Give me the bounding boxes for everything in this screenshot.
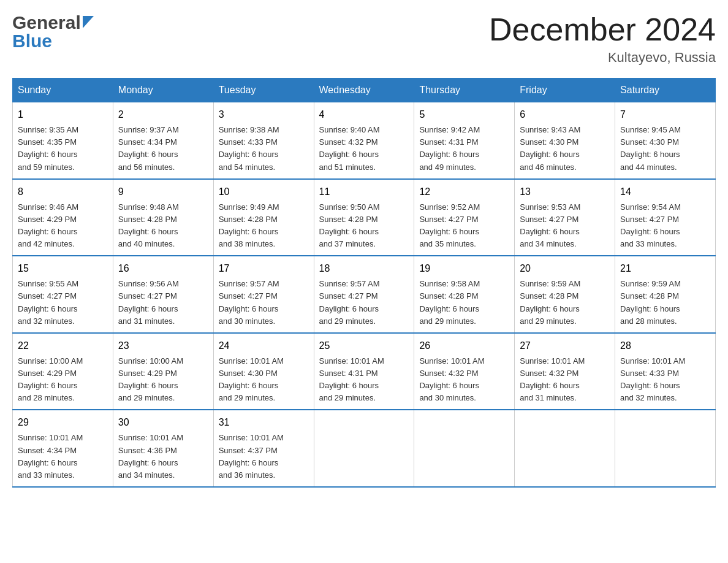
logo: General Blue <box>12 12 94 52</box>
col-sunday: Sunday <box>13 79 113 102</box>
day-info: Sunrise: 9:53 AMSunset: 4:27 PMDaylight:… <box>520 201 610 251</box>
day-info: Sunrise: 9:48 AMSunset: 4:28 PMDaylight:… <box>118 201 208 251</box>
calendar-cell: 31Sunrise: 10:01 AMSunset: 4:37 PMDaylig… <box>213 410 314 487</box>
logo-arrow-icon <box>83 16 94 31</box>
calendar-cell <box>615 410 716 487</box>
day-number: 29 <box>18 415 108 430</box>
day-info: Sunrise: 9:40 AMSunset: 4:32 PMDaylight:… <box>319 124 409 174</box>
day-info: Sunrise: 9:59 AMSunset: 4:28 PMDaylight:… <box>520 278 610 327</box>
day-number: 13 <box>520 185 610 199</box>
calendar-header-row: Sunday Monday Tuesday Wednesday Thursday… <box>13 79 716 102</box>
day-number: 31 <box>219 415 309 430</box>
day-info: Sunrise: 9:38 AMSunset: 4:33 PMDaylight:… <box>219 124 309 174</box>
day-number: 5 <box>419 107 509 122</box>
day-info: Sunrise: 9:56 AMSunset: 4:27 PMDaylight:… <box>118 278 208 327</box>
calendar-cell: 4Sunrise: 9:40 AMSunset: 4:32 PMDaylight… <box>314 102 414 179</box>
calendar-cell: 28Sunrise: 10:01 AMSunset: 4:33 PMDaylig… <box>615 333 716 410</box>
col-saturday: Saturday <box>615 79 716 102</box>
calendar-cell: 7Sunrise: 9:45 AMSunset: 4:30 PMDaylight… <box>615 102 716 179</box>
col-wednesday: Wednesday <box>314 79 414 102</box>
day-info: Sunrise: 9:54 AMSunset: 4:27 PMDaylight:… <box>620 201 710 251</box>
day-info: Sunrise: 9:43 AMSunset: 4:30 PMDaylight:… <box>520 124 610 174</box>
day-number: 8 <box>18 185 108 199</box>
day-number: 6 <box>520 107 610 122</box>
logo-blue-text: Blue <box>12 31 52 52</box>
col-tuesday: Tuesday <box>213 79 314 102</box>
day-info: Sunrise: 10:00 AMSunset: 4:29 PMDaylight… <box>118 355 208 405</box>
day-info: Sunrise: 10:01 AMSunset: 4:32 PMDaylight… <box>419 355 509 405</box>
day-number: 7 <box>620 107 710 122</box>
day-info: Sunrise: 9:42 AMSunset: 4:31 PMDaylight:… <box>419 124 509 174</box>
calendar-table: Sunday Monday Tuesday Wednesday Thursday… <box>12 78 716 488</box>
calendar-cell: 1Sunrise: 9:35 AMSunset: 4:35 PMDaylight… <box>13 102 113 179</box>
calendar-cell: 24Sunrise: 10:01 AMSunset: 4:30 PMDaylig… <box>213 333 314 410</box>
day-number: 1 <box>18 107 108 122</box>
day-number: 21 <box>620 261 710 276</box>
day-number: 28 <box>620 339 710 353</box>
day-number: 11 <box>319 185 409 199</box>
day-number: 23 <box>118 339 208 353</box>
calendar-cell: 22Sunrise: 10:00 AMSunset: 4:29 PMDaylig… <box>13 333 113 410</box>
logo-general-text: General <box>12 12 81 33</box>
calendar-cell: 29Sunrise: 10:01 AMSunset: 4:34 PMDaylig… <box>13 410 113 487</box>
calendar-cell: 6Sunrise: 9:43 AMSunset: 4:30 PMDaylight… <box>515 102 615 179</box>
day-info: Sunrise: 9:49 AMSunset: 4:28 PMDaylight:… <box>219 201 309 251</box>
calendar-cell: 3Sunrise: 9:38 AMSunset: 4:33 PMDaylight… <box>213 102 314 179</box>
day-info: Sunrise: 10:00 AMSunset: 4:29 PMDaylight… <box>18 355 108 405</box>
day-number: 27 <box>520 339 610 353</box>
day-info: Sunrise: 9:59 AMSunset: 4:28 PMDaylight:… <box>620 278 710 327</box>
title-section: December 2024 Kultayevo, Russia <box>489 12 716 66</box>
calendar-cell: 16Sunrise: 9:56 AMSunset: 4:27 PMDayligh… <box>113 256 213 333</box>
day-info: Sunrise: 9:58 AMSunset: 4:28 PMDaylight:… <box>419 278 509 327</box>
day-number: 14 <box>620 185 710 199</box>
calendar-cell: 12Sunrise: 9:52 AMSunset: 4:27 PMDayligh… <box>414 179 515 256</box>
day-number: 9 <box>118 185 208 199</box>
day-number: 30 <box>118 415 208 430</box>
day-info: Sunrise: 10:01 AMSunset: 4:37 PMDaylight… <box>219 432 309 481</box>
day-info: Sunrise: 10:01 AMSunset: 4:32 PMDaylight… <box>520 355 610 405</box>
calendar-cell: 8Sunrise: 9:46 AMSunset: 4:29 PMDaylight… <box>13 179 113 256</box>
calendar-cell <box>314 410 414 487</box>
month-title: December 2024 <box>489 12 716 47</box>
day-number: 17 <box>219 261 309 276</box>
day-number: 26 <box>419 339 509 353</box>
calendar-cell: 26Sunrise: 10:01 AMSunset: 4:32 PMDaylig… <box>414 333 515 410</box>
calendar-week-3: 15Sunrise: 9:55 AMSunset: 4:27 PMDayligh… <box>13 256 716 333</box>
day-info: Sunrise: 9:46 AMSunset: 4:29 PMDaylight:… <box>18 201 108 251</box>
col-monday: Monday <box>113 79 213 102</box>
calendar-cell: 30Sunrise: 10:01 AMSunset: 4:36 PMDaylig… <box>113 410 213 487</box>
calendar-cell: 18Sunrise: 9:57 AMSunset: 4:27 PMDayligh… <box>314 256 414 333</box>
calendar-cell: 10Sunrise: 9:49 AMSunset: 4:28 PMDayligh… <box>213 179 314 256</box>
calendar-cell: 13Sunrise: 9:53 AMSunset: 4:27 PMDayligh… <box>515 179 615 256</box>
day-number: 3 <box>219 107 309 122</box>
day-info: Sunrise: 9:57 AMSunset: 4:27 PMDaylight:… <box>319 278 409 327</box>
day-info: Sunrise: 10:01 AMSunset: 4:34 PMDaylight… <box>18 432 108 481</box>
calendar-cell: 9Sunrise: 9:48 AMSunset: 4:28 PMDaylight… <box>113 179 213 256</box>
calendar-cell: 19Sunrise: 9:58 AMSunset: 4:28 PMDayligh… <box>414 256 515 333</box>
day-number: 4 <box>319 107 409 122</box>
day-number: 20 <box>520 261 610 276</box>
day-number: 22 <box>18 339 108 353</box>
day-number: 25 <box>319 339 409 353</box>
calendar-cell: 27Sunrise: 10:01 AMSunset: 4:32 PMDaylig… <box>515 333 615 410</box>
calendar-week-4: 22Sunrise: 10:00 AMSunset: 4:29 PMDaylig… <box>13 333 716 410</box>
day-number: 16 <box>118 261 208 276</box>
location-label: Kultayevo, Russia <box>489 50 716 66</box>
calendar-cell: 5Sunrise: 9:42 AMSunset: 4:31 PMDaylight… <box>414 102 515 179</box>
day-number: 19 <box>419 261 509 276</box>
svg-marker-0 <box>83 16 94 28</box>
calendar-cell <box>414 410 515 487</box>
calendar-cell: 2Sunrise: 9:37 AMSunset: 4:34 PMDaylight… <box>113 102 213 179</box>
calendar-cell: 23Sunrise: 10:00 AMSunset: 4:29 PMDaylig… <box>113 333 213 410</box>
day-info: Sunrise: 9:52 AMSunset: 4:27 PMDaylight:… <box>419 201 509 251</box>
day-info: Sunrise: 9:45 AMSunset: 4:30 PMDaylight:… <box>620 124 710 174</box>
day-info: Sunrise: 9:57 AMSunset: 4:27 PMDaylight:… <box>219 278 309 327</box>
day-info: Sunrise: 9:50 AMSunset: 4:28 PMDaylight:… <box>319 201 409 251</box>
calendar-cell: 25Sunrise: 10:01 AMSunset: 4:31 PMDaylig… <box>314 333 414 410</box>
day-number: 12 <box>419 185 509 199</box>
calendar-cell: 15Sunrise: 9:55 AMSunset: 4:27 PMDayligh… <box>13 256 113 333</box>
calendar-week-1: 1Sunrise: 9:35 AMSunset: 4:35 PMDaylight… <box>13 102 716 179</box>
col-friday: Friday <box>515 79 615 102</box>
calendar-week-5: 29Sunrise: 10:01 AMSunset: 4:34 PMDaylig… <box>13 410 716 487</box>
day-info: Sunrise: 10:01 AMSunset: 4:36 PMDaylight… <box>118 432 208 481</box>
